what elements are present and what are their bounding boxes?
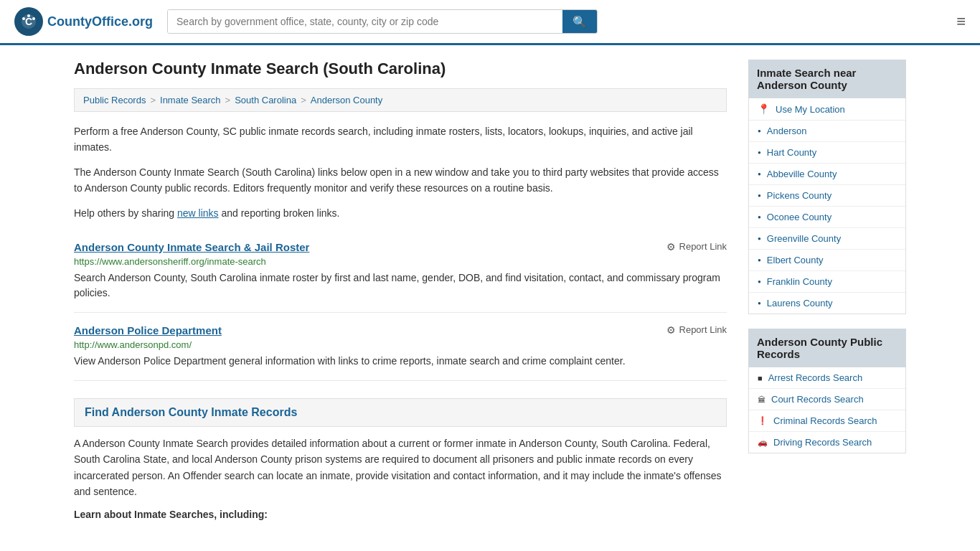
sidebar-inmate-search: Inmate Search near Anderson County 📍Use … — [748, 60, 906, 314]
bullet-icon: ● — [758, 300, 761, 306]
report-label-1: Report Link — [679, 324, 727, 335]
search-bar: 🔍 — [167, 9, 598, 34]
sidebar: Inmate Search near Anderson County 📍Use … — [748, 60, 906, 520]
sidebar-pr-item-2[interactable]: ❗Criminal Records Search — [749, 410, 905, 432]
sidebar-pr-link-1[interactable]: Court Records Search — [771, 394, 864, 405]
bullet-icon: ● — [758, 278, 761, 285]
resource-title-0[interactable]: Anderson County Inmate Search & Jail Ros… — [74, 241, 309, 253]
sidebar-inmate-link-7[interactable]: Elbert County — [767, 255, 824, 265]
sidebar-inmate-item-7[interactable]: ●Elbert County — [749, 250, 905, 271]
location-icon: 📍 — [758, 103, 770, 115]
description-1: Perform a free Anderson County, SC publi… — [74, 123, 727, 156]
new-links-link[interactable]: new links — [177, 207, 219, 219]
sidebar-pr-link-0[interactable]: Arrest Records Search — [768, 372, 863, 383]
sidebar-pr-item-3[interactable]: 🚗Driving Records Search — [749, 432, 905, 453]
resource-desc-1: View Anderson Police Department general … — [74, 354, 727, 369]
breadcrumb-public-records[interactable]: Public Records — [83, 95, 146, 105]
sidebar-pr-item-0[interactable]: ■Arrest Records Search — [749, 367, 905, 389]
breadcrumb-anderson-county[interactable]: Anderson County — [311, 95, 382, 105]
breadcrumb-sep-1: > — [150, 95, 156, 105]
sidebar-inmate-item-4[interactable]: ●Pickens County — [749, 185, 905, 207]
hamburger-icon: ≡ — [956, 12, 966, 30]
resource-desc-0: Search Anderson County, South Carolina i… — [74, 270, 727, 301]
page-title: Anderson County Inmate Search (South Car… — [74, 60, 727, 78]
bullet-icon: ● — [758, 171, 761, 177]
breadcrumb-sep-2: > — [225, 95, 231, 105]
breadcrumb-inmate-search[interactable]: Inmate Search — [160, 95, 221, 105]
sidebar-inmate-link-8[interactable]: Franklin County — [767, 276, 832, 287]
logo-link[interactable]: C CountyOffice.org — [14, 7, 153, 36]
svg-point-5 — [27, 14, 30, 17]
bullet-icon: ● — [758, 214, 761, 220]
breadcrumb-sep-3: > — [301, 95, 306, 105]
pr-icon-0: ■ — [758, 374, 763, 382]
report-link-btn-0[interactable]: ⚙ Report Link — [666, 241, 727, 253]
page-header: C CountyOffice.org 🔍 ≡ — [0, 0, 980, 45]
resource-card-1: Anderson Police Department ⚙ Report Link… — [74, 313, 727, 381]
resource-cards: Anderson County Inmate Search & Jail Ros… — [74, 230, 727, 381]
resource-url-1: http://www.andersonpd.com/ — [74, 339, 727, 350]
find-records-section-box: Find Anderson County Inmate Records — [74, 398, 727, 427]
sidebar-inmate-search-list: 📍Use My Location●Anderson●Hart County●Ab… — [748, 98, 906, 314]
use-my-location-link[interactable]: Use My Location — [776, 104, 845, 115]
bullet-icon: ● — [758, 128, 761, 134]
sidebar-inmate-link-3[interactable]: Abbeville County — [767, 169, 837, 179]
sidebar-inmate-item-6[interactable]: ●Greenville County — [749, 228, 905, 250]
sidebar-inmate-item-5[interactable]: ●Oconee County — [749, 207, 905, 228]
sidebar-public-records: Anderson County Public Records ■Arrest R… — [748, 329, 906, 453]
sidebar-pr-item-1[interactable]: 🏛Court Records Search — [749, 389, 905, 410]
resource-title-1[interactable]: Anderson Police Department — [74, 324, 222, 336]
search-icon: 🔍 — [573, 16, 587, 28]
report-label-0: Report Link — [679, 241, 727, 252]
logo-icon: C — [14, 7, 43, 36]
bullet-icon: ● — [758, 257, 761, 263]
pr-icon-3: 🚗 — [758, 438, 768, 447]
sidebar-inmate-link-1[interactable]: Anderson — [767, 126, 807, 136]
sidebar-inmate-item-9[interactable]: ●Laurens County — [749, 293, 905, 314]
search-input[interactable] — [168, 10, 562, 33]
sidebar-inmate-item-3[interactable]: ●Abbeville County — [749, 164, 905, 185]
resource-card-header-0: Anderson County Inmate Search & Jail Ros… — [74, 241, 727, 253]
description-2: The Anderson County Inmate Search (South… — [74, 164, 727, 197]
svg-point-3 — [22, 17, 25, 20]
sidebar-inmate-link-9[interactable]: Laurens County — [767, 298, 833, 309]
bullet-icon: ● — [758, 192, 761, 199]
main-content: Anderson County Inmate Search (South Car… — [74, 60, 727, 520]
description-3: Help others by sharing new links and rep… — [74, 205, 727, 221]
page-container: Anderson County Inmate Search (South Car… — [60, 45, 920, 534]
bullet-icon: ● — [758, 235, 761, 242]
find-records-description: A Anderson County Inmate Search provides… — [74, 435, 727, 500]
breadcrumb-south-carolina[interactable]: South Carolina — [235, 95, 296, 105]
sidebar-public-records-list: ■Arrest Records Search🏛Court Records Sea… — [748, 367, 906, 453]
report-link-btn-1[interactable]: ⚙ Report Link — [666, 324, 727, 336]
report-icon-0: ⚙ — [666, 241, 676, 253]
sidebar-inmate-link-6[interactable]: Greenville County — [767, 233, 841, 244]
svg-point-4 — [32, 17, 35, 20]
breadcrumb: Public Records > Inmate Search > South C… — [74, 88, 727, 112]
pr-icon-1: 🏛 — [758, 395, 765, 404]
sidebar-inmate-item-0[interactable]: 📍Use My Location — [749, 98, 905, 121]
sidebar-inmate-link-2[interactable]: Hart County — [767, 147, 816, 158]
sidebar-inmate-item-1[interactable]: ●Anderson — [749, 121, 905, 142]
logo-text: CountyOffice.org — [47, 14, 153, 29]
sidebar-pr-link-2[interactable]: Criminal Records Search — [773, 415, 877, 426]
sidebar-inmate-search-header: Inmate Search near Anderson County — [748, 60, 906, 98]
learn-title: Learn about Inmate Searches, including: — [74, 509, 727, 520]
svg-text:C: C — [25, 16, 32, 27]
sidebar-inmate-item-8[interactable]: ●Franklin County — [749, 271, 905, 293]
sidebar-inmate-link-4[interactable]: Pickens County — [767, 190, 831, 201]
sidebar-inmate-item-2[interactable]: ●Hart County — [749, 142, 905, 164]
sidebar-public-records-header: Anderson County Public Records — [748, 329, 906, 367]
pr-icon-2: ❗ — [758, 416, 768, 425]
search-button[interactable]: 🔍 — [562, 10, 597, 33]
report-icon-1: ⚙ — [666, 324, 676, 336]
find-records-title: Find Anderson County Inmate Records — [85, 406, 297, 418]
sidebar-pr-link-3[interactable]: Driving Records Search — [773, 437, 872, 448]
sidebar-inmate-link-5[interactable]: Oconee County — [767, 212, 831, 222]
menu-button[interactable]: ≡ — [956, 12, 966, 31]
resource-card-header-1: Anderson Police Department ⚙ Report Link — [74, 324, 727, 336]
resource-url-0: https://www.andersonsheriff.org/inmate-s… — [74, 256, 727, 267]
resource-card-0: Anderson County Inmate Search & Jail Ros… — [74, 230, 727, 313]
bullet-icon: ● — [758, 149, 761, 156]
